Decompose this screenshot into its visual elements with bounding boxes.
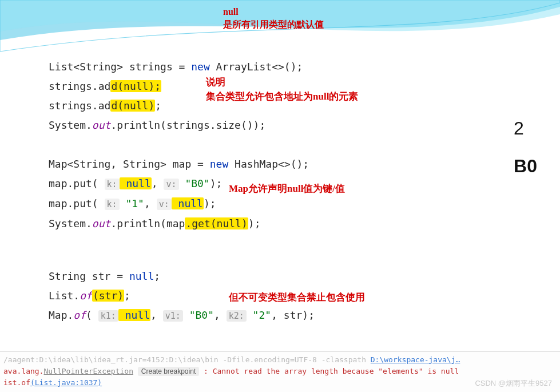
code-line-9: String str = null; [49, 267, 483, 286]
code-line-4: System.out.println(strings.size()); [49, 116, 483, 135]
console-line-exception: ava.lang.NullPointerException Create bre… [3, 366, 557, 377]
watermark: CSDN @烟雨平生9527 [475, 378, 552, 389]
console-line-cmd: /aagent:D:\idea\lib\idea_rt.jar=4152:D:\… [3, 354, 557, 366]
code-line-1: List<String> strings = new ArrayList<>()… [49, 57, 483, 77]
note-map: Map允许声明null值为键/值 [229, 182, 345, 196]
code-line-7: map.put( k: "1", v: null); [49, 194, 483, 214]
trace-source-link[interactable]: (List.java:1037) [30, 378, 102, 387]
note-collection: 说明 集合类型允许包含地址为null的元素 [206, 76, 358, 104]
console-line-trace: ist.of(List.java:1037) [3, 377, 557, 389]
header-note-line2: 是所有引用类型的默认值 [223, 18, 324, 31]
code-line-8: System.out.println(map.get(null)); [49, 214, 483, 233]
output-values: 2 B0 [514, 114, 537, 180]
header-note-line1: null [223, 6, 324, 18]
code-line-5: Map<String, String> map = new HashMap<>(… [49, 155, 483, 174]
note-immutable: 但不可变类型集合禁止包含使用 [229, 291, 365, 305]
output-line-2: B0 [514, 152, 537, 180]
create-breakpoint-button[interactable]: Create breakpoint [138, 367, 199, 376]
exception-link[interactable]: NullPointerException [43, 367, 133, 375]
classpath-link[interactable]: D:\workspace-java\j… [371, 355, 460, 364]
header-note: null 是所有引用类型的默认值 [223, 6, 324, 31]
code-line-11: Map.of( k1: null, v1: "B0", k2: "2", str… [49, 306, 483, 326]
output-line-1: 2 [514, 114, 537, 142]
